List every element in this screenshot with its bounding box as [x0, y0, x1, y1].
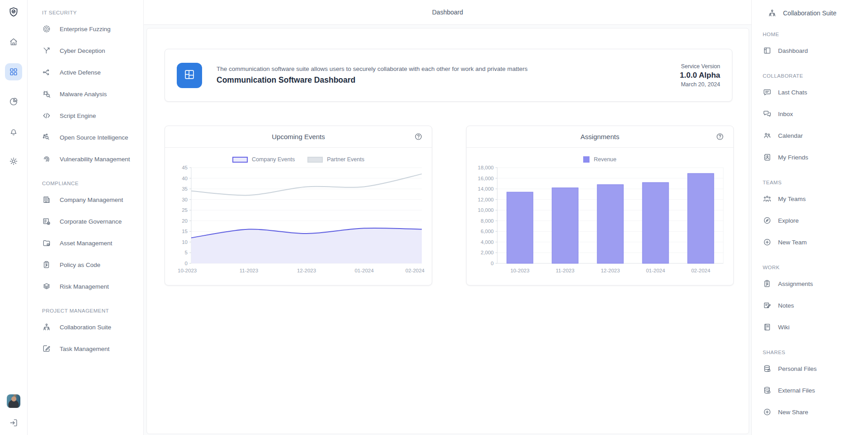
svg-text:5: 5 [185, 250, 188, 255]
main-topbar: Dashboard [144, 0, 751, 25]
sidebar-item-policy-as-code[interactable]: Policy as Code [28, 254, 143, 276]
sidebar-item-new-share[interactable]: New Share [752, 401, 868, 423]
sidebar-item-notes[interactable]: Notes [752, 295, 868, 316]
sidebar-item-inbox[interactable]: Inbox [752, 103, 868, 125]
sidebar-item-collaboration-suite[interactable]: Collaboration Suite [28, 316, 143, 338]
fuzzing-icon [42, 24, 51, 33]
edit-square-icon [42, 344, 51, 353]
sidebar-item-company-management[interactable]: Company Management [28, 189, 143, 210]
network-search-icon [42, 133, 51, 142]
branch-icon [42, 46, 51, 55]
grid-icon [9, 67, 19, 77]
layers-icon [42, 282, 51, 291]
home-icon [9, 37, 19, 47]
sidebar-item-my-friends[interactable]: My Friends [752, 146, 868, 168]
sidebar-item-enterprise-fuzzing[interactable]: Enterprise Fuzzing [28, 18, 143, 40]
chart-title: Assignments [580, 133, 619, 140]
sidebar-item-corporate-governance[interactable]: Corporate Governance [28, 210, 143, 232]
sidebar-item-active-defense[interactable]: Active Defense [28, 61, 143, 83]
sidebar-item-malware-analysis[interactable]: Malware Analysis [28, 83, 143, 105]
sidebar-item-label: Explore [778, 217, 799, 224]
sidebar-item-my-teams[interactable]: My Teams [752, 188, 868, 210]
divider [165, 147, 432, 148]
legend-item[interactable]: Company Events [232, 156, 295, 163]
sidebar-item-label: External Files [778, 387, 815, 394]
section-header-project-management: PROJECT MANAGEMENT [28, 308, 143, 313]
sidebar-item-last-chats[interactable]: Last Chats [752, 81, 868, 103]
sidebar-item-cyber-deception[interactable]: Cyber Deception [28, 40, 143, 61]
sidebar-item-label: Collaboration Suite [60, 324, 111, 331]
svg-text:10-2023: 10-2023 [178, 268, 197, 273]
sidebar-item-label: Calendar [778, 132, 803, 139]
gear-icon [9, 156, 19, 166]
svg-text:8,000: 8,000 [481, 218, 494, 224]
database-alt-icon [763, 386, 772, 395]
left-sidebar: IT SECURITY Enterprise Fuzzing Cyber Dec… [28, 0, 144, 435]
sidebar-item-label: Risk Management [60, 283, 109, 290]
svg-text:12-2023: 12-2023 [297, 268, 316, 273]
plus-circle-icon [763, 407, 772, 416]
main-area: Dashboard The communication software sui… [144, 0, 751, 435]
sidebar-item-script-engine[interactable]: Script Engine [28, 105, 143, 126]
svg-text:45: 45 [182, 165, 188, 170]
rail-item-analytics[interactable] [5, 93, 22, 110]
sidebar-item-label: Policy as Code [60, 262, 100, 268]
right-sidebar-header: Collaboration Suite [752, 6, 868, 20]
sidebar-item-vulnerability-management[interactable]: Vulnerability Management [28, 148, 143, 170]
sidebar-item-label: Cyber Deception [60, 47, 105, 54]
sidebar-item-new-team[interactable]: New Team [752, 231, 868, 253]
logout-button[interactable] [7, 416, 20, 430]
header-card-meta: The communication software suite allows … [217, 65, 528, 85]
sidebar-item-label: Task Management [60, 346, 109, 352]
sidebar-item-personal-files[interactable]: Personal Files [752, 358, 868, 379]
sidebar-item-explore[interactable]: Explore [752, 210, 868, 231]
sidebar-item-dashboard[interactable]: Dashboard [752, 40, 868, 61]
assignments-chart[interactable]: 02,0004,0006,0008,00010,00012,00014,0001… [474, 165, 727, 277]
section-header-work: WORK [752, 265, 868, 270]
sidebar-item-calendar[interactable]: Calendar [752, 125, 868, 146]
sidebar-item-wiki[interactable]: Wiki [752, 316, 868, 338]
sidebar-item-external-files[interactable]: External Files [752, 379, 868, 401]
upcoming-events-card: Upcoming Events Company EventsPartner Ev… [165, 126, 432, 285]
fingerprint-icon [42, 154, 51, 164]
sidebar-item-asset-management[interactable]: Asset Management [28, 232, 143, 254]
contact-book-icon [763, 153, 772, 162]
sidebar-item-label: Personal Files [778, 365, 817, 372]
chart-header: Assignments [474, 126, 726, 147]
rail-item-notifications[interactable] [5, 123, 22, 140]
clipboard-arrow-icon [763, 279, 772, 288]
sidebar-item-label: Last Chats [778, 89, 807, 96]
svg-text:14,000: 14,000 [478, 186, 494, 192]
svg-text:02-2024: 02-2024 [406, 268, 425, 273]
people-group-icon [763, 194, 772, 203]
upcoming-events-chart[interactable]: 05101520253035404510-202311-202312-20230… [172, 165, 425, 277]
sidebar-item-label: Asset Management [60, 240, 112, 247]
sidebar-item-risk-management[interactable]: Risk Management [28, 276, 143, 297]
rail-item-home[interactable] [5, 33, 22, 51]
sidebar-item-label: Active Defense [60, 69, 101, 76]
sidebar-item-label: Script Engine [60, 112, 96, 119]
avatar[interactable] [7, 394, 20, 408]
help-icon[interactable] [414, 132, 423, 141]
legend-item[interactable]: Partner Events [307, 156, 364, 163]
sidebar-item-task-management[interactable]: Task Management [28, 338, 143, 360]
section-header-collaborate: COLLABORATE [752, 73, 868, 79]
book-icon [763, 323, 772, 332]
help-icon[interactable] [716, 132, 724, 141]
svg-text:12,000: 12,000 [478, 197, 494, 202]
rail-item-apps[interactable] [5, 63, 22, 80]
sidebar-item-label: Vulnerability Management [60, 156, 130, 163]
svg-text:10-2023: 10-2023 [510, 268, 529, 273]
charts-row: Upcoming Events Company EventsPartner Ev… [165, 126, 732, 285]
page-title: Dashboard [432, 9, 463, 16]
legend-item[interactable]: Revenue [583, 156, 616, 163]
sidebar-item-assignments[interactable]: Assignments [752, 273, 868, 295]
note-pen-icon [763, 301, 772, 310]
folder-icon [42, 239, 51, 248]
chart-header: Upcoming Events [172, 126, 425, 147]
list-gear-icon [42, 217, 51, 226]
rail-item-settings[interactable] [5, 153, 22, 170]
bug-search-icon [42, 89, 51, 98]
sidebar-item-open-source-intelligence[interactable]: Open Source Intelligence [28, 126, 143, 148]
logout-icon [9, 418, 19, 428]
